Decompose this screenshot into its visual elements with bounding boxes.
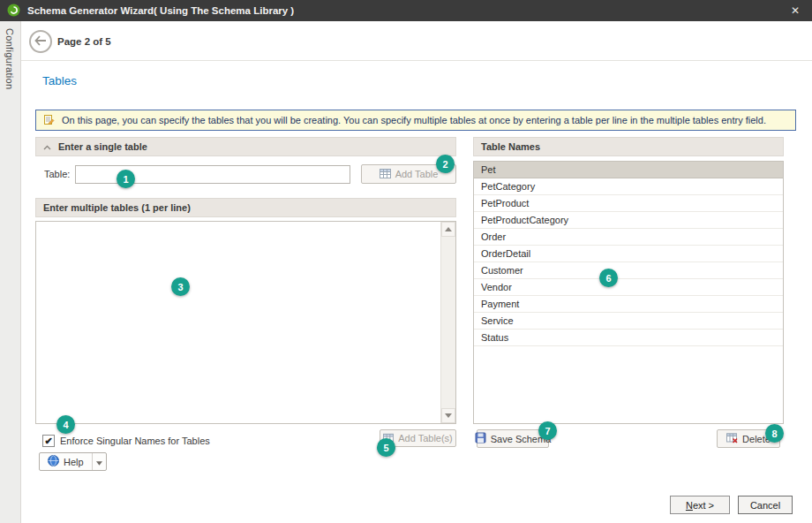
cancel-button[interactable]: Cancel [738,496,793,514]
group-title-single: Enter a single table [58,141,147,152]
save-floppy-icon [475,432,486,445]
table-name-row[interactable]: Service [474,313,783,330]
table-name-row[interactable]: PetProduct [474,195,783,212]
scroll-down-icon[interactable] [441,408,455,423]
cancel-label: Cancel [750,500,780,511]
textarea-scrollbar[interactable] [440,222,455,423]
collapse-chevron-icon [43,141,51,152]
sidebar-label: Configuration [4,28,15,89]
info-bar-text: On this page, you can specify the tables… [62,115,766,125]
callout-4: 4 [56,415,75,434]
table-name-row[interactable]: Vendor [474,279,783,296]
sidebar-configuration-tab[interactable]: Configuration [0,21,21,523]
table-name-row[interactable]: PetCategory [474,178,783,195]
help-button-main[interactable]: Help [40,453,92,470]
table-names-list[interactable]: PetPetCategoryPetProductPetProductCatego… [473,161,784,424]
table-name-row[interactable]: Payment [474,296,783,313]
callout-1: 1 [117,170,135,188]
help-label: Help [64,457,84,467]
window-title: Schema Generator Wizard( Using The Schem… [27,5,294,16]
page-title: Tables [42,74,77,87]
table-name-row[interactable]: Status [474,330,783,346]
note-icon [43,114,55,127]
wizard-content: Page 2 of 5 Tables On this page, you can… [21,21,812,523]
table-name-row[interactable]: Pet [474,162,783,178]
callout-5: 5 [377,438,395,457]
callout-2: 2 [436,155,455,173]
enforce-singular-row: ✔ Enforce Singular Names for Tables [42,433,210,449]
back-button[interactable] [29,30,52,53]
multiple-tables-input[interactable] [36,222,440,423]
delete-table-icon [726,433,738,445]
help-dropdown-arrow[interactable] [92,453,106,470]
header-divider [21,60,812,61]
callout-6: 6 [599,269,618,287]
nav-row: Page 2 of 5 [29,30,111,53]
table-name-row[interactable]: Customer [474,262,783,279]
next-label: Next > [686,500,714,511]
help-button[interactable]: Help [39,452,107,471]
back-arrow-icon [34,35,47,48]
enforce-singular-checkbox[interactable]: ✔ [42,435,55,447]
callout-7: 7 [538,421,557,440]
info-bar: On this page, you can specify the tables… [35,110,796,131]
table-names-title: Table Names [481,141,540,152]
table-name-row[interactable]: Order [474,229,783,246]
page-indicator: Page 2 of 5 [57,36,111,47]
multiple-tables-box [35,221,456,424]
group-header-table-names: Table Names [473,137,784,156]
chevron-down-icon [96,457,102,467]
add-tables-label: Add Table(s) [398,433,453,443]
single-table-row: Table: Add Table [44,164,456,184]
callout-3: 3 [171,277,190,296]
add-table-label: Add Table [395,169,439,179]
close-icon[interactable]: ✕ [786,2,805,19]
scroll-up-icon[interactable] [441,222,455,237]
next-button[interactable]: Next > [670,496,730,514]
titlebar: Schema Generator Wizard( Using The Schem… [0,0,812,21]
callout-8: 8 [765,424,784,443]
table-grid-icon [380,168,391,180]
group-title-multiple: Enter multiple tables (1 per line) [43,202,191,213]
table-name-row[interactable]: OrderDetail [474,246,783,262]
table-field-label: Table: [44,169,70,179]
app-icon [7,4,20,19]
table-name-row[interactable]: PetProductCategory [474,212,783,229]
group-header-single-table[interactable]: Enter a single table [35,137,456,156]
group-header-multiple-tables: Enter multiple tables (1 per line) [35,198,456,217]
wizard-window: Schema Generator Wizard( Using The Schem… [0,0,812,523]
enforce-singular-label: Enforce Singular Names for Tables [60,436,210,446]
help-globe-icon [48,455,59,468]
